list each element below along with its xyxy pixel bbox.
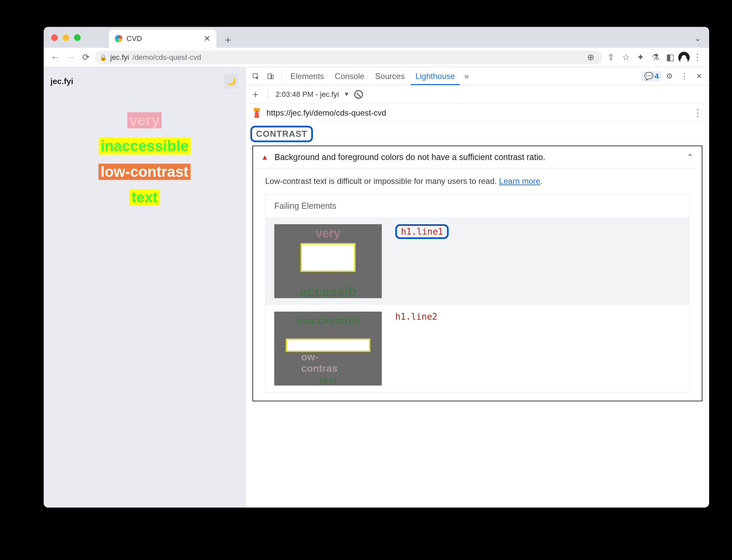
lighthouse-url-row: https://jec.fyi/demo/cds-quest-cvd ⋮	[246, 104, 709, 122]
moon-icon: 🌙	[227, 77, 236, 86]
failing-element-row[interactable]: very accessib h1.line1	[266, 217, 689, 305]
element-selector: h1.line2	[395, 312, 437, 322]
window-controls	[51, 34, 81, 41]
element-thumbnail: very accessib	[274, 224, 382, 298]
tab-close-button[interactable]: ✕	[204, 34, 210, 43]
nav-back-button[interactable]: ←	[48, 51, 62, 64]
devtools-tab-sources[interactable]: Sources	[370, 67, 409, 85]
learn-more-link[interactable]: Learn more	[499, 176, 540, 186]
warning-icon: ▲	[261, 153, 269, 162]
new-report-button[interactable]: ＋	[250, 87, 260, 101]
window-close-button[interactable]	[51, 34, 58, 41]
nav-forward-button[interactable]: →	[64, 51, 77, 64]
audit-collapse-icon[interactable]: ⌃	[687, 152, 694, 162]
favicon-icon	[115, 35, 122, 42]
toolbar-right: ⇪ ☆ ✦ ⚗ ◧ ⋮	[604, 51, 704, 64]
audit-title: Background and foreground colors do not …	[275, 152, 545, 162]
audit-header[interactable]: ▲ Background and foreground colors do no…	[253, 146, 702, 168]
address-bar: ← → ⟳ 🔒 jec.fyi/demo/cds-quest-cvd ⊕ ⇪ ☆…	[44, 48, 709, 67]
devtools-settings-icon[interactable]: ⚙	[663, 70, 676, 83]
new-tab-button[interactable]: ＋	[220, 32, 236, 48]
clear-report-icon[interactable]	[354, 90, 363, 99]
sample-text: very inaccessible low-contrast text	[50, 108, 239, 210]
report-timestamp[interactable]: 2:03:48 PM - jec.fyi	[276, 90, 339, 99]
devtools-close-icon[interactable]: ✕	[692, 70, 706, 83]
site-name: jec.fyi	[50, 77, 73, 86]
element-selector: h1.line1	[395, 224, 449, 239]
tabs-overflow-button[interactable]: ⌄	[694, 34, 701, 43]
sample-word-1: very	[127, 112, 162, 128]
device-toolbar-icon[interactable]	[264, 70, 277, 83]
lighthouse-toolbar: ＋ 2:03:48 PM - jec.fyi ▼	[246, 85, 709, 104]
audit-body: Low-contrast text is difficult or imposs…	[253, 168, 702, 401]
lighthouse-menu-icon[interactable]: ⋮	[693, 107, 702, 118]
omnibox[interactable]: 🔒 jec.fyi/demo/cds-quest-cvd ⊕	[95, 51, 602, 64]
labs-icon[interactable]: ⚗	[649, 51, 662, 64]
failing-elements-box: Failing Elements very accessib h1.line1	[265, 194, 690, 393]
stage: CVD ✕ ＋ ⌄ ← → ⟳ 🔒 jec.fyi/demo/cds-quest…	[0, 0, 732, 560]
window-zoom-button[interactable]	[74, 34, 81, 41]
url-path: /demo/cds-quest-cvd	[132, 53, 201, 62]
tab-strip: CVD ✕ ＋ ⌄	[44, 27, 709, 48]
window-minimize-button[interactable]	[63, 34, 69, 41]
bookmark-icon[interactable]: ☆	[619, 51, 633, 64]
devtools-tab-console[interactable]: Console	[330, 67, 369, 85]
lighthouse-report[interactable]: CONTRAST ▲ Background and foreground col…	[246, 122, 709, 508]
chat-icon: 💬	[644, 72, 653, 81]
share-icon[interactable]: ⇪	[604, 51, 618, 64]
browser-tab[interactable]: CVD ✕	[109, 30, 216, 48]
content-area: jec.fyi 🌙 very inaccessible low-contrast…	[44, 67, 709, 508]
devtools-tab-lighthouse[interactable]: Lighthouse	[411, 67, 459, 85]
devtools-menu-icon[interactable]: ⋮	[678, 70, 691, 83]
profile-avatar[interactable]	[678, 52, 690, 63]
extensions-icon[interactable]: ✦	[634, 51, 647, 64]
devtools-tabs-overflow[interactable]: »	[461, 72, 472, 81]
side-panel-icon[interactable]: ◧	[663, 51, 677, 64]
failing-element-row[interactable]: inaccessible ow-contras text h1.line2	[266, 305, 689, 392]
sample-word-3: low-contrast	[98, 164, 191, 180]
sample-word-2: inaccessible	[98, 138, 191, 154]
lock-icon: 🔒	[99, 54, 107, 61]
audit-description: Low-contrast text is difficult or imposs…	[265, 176, 499, 186]
lighthouse-url: https://jec.fyi/demo/cds-quest-cvd	[267, 108, 386, 118]
omnibox-search-icon[interactable]: ⊕	[584, 51, 598, 64]
section-contrast: CONTRAST	[250, 126, 313, 142]
nav-reload-button[interactable]: ⟳	[79, 51, 93, 64]
contrast-audit: ▲ Background and foreground colors do no…	[252, 146, 702, 401]
rendered-page: jec.fyi 🌙 very inaccessible low-contrast…	[44, 67, 245, 508]
devtools-tabstrip: Elements Console Sources Lighthouse » 💬 …	[246, 67, 709, 85]
lighthouse-icon	[252, 108, 261, 118]
report-dropdown-icon[interactable]: ▼	[343, 91, 350, 98]
browser-menu-button[interactable]: ⋮	[691, 51, 704, 64]
tab-title: CVD	[126, 34, 200, 43]
element-thumbnail: inaccessible ow-contras text	[274, 312, 382, 386]
url-host: jec.fyi	[110, 53, 129, 62]
failing-elements-title: Failing Elements	[266, 194, 689, 217]
issues-count: 4	[655, 72, 659, 81]
inspect-element-icon[interactable]	[249, 70, 262, 83]
issues-badge[interactable]: 💬 4	[642, 71, 661, 81]
sample-word-4: text	[129, 189, 160, 205]
browser-window: CVD ✕ ＋ ⌄ ← → ⟳ 🔒 jec.fyi/demo/cds-quest…	[44, 27, 709, 508]
audit-description-end: .	[540, 176, 543, 186]
devtools-tab-elements[interactable]: Elements	[286, 67, 329, 85]
devtools-panel: Elements Console Sources Lighthouse » 💬 …	[245, 67, 709, 508]
theme-toggle-button[interactable]: 🌙	[224, 74, 239, 89]
